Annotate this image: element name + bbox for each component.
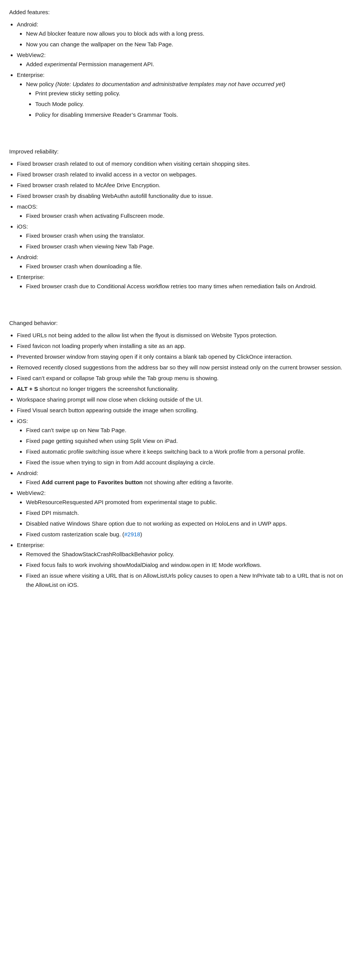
list-item: ALT + S shortcut no longer triggers the … — [17, 384, 351, 394]
list-item: Touch Mode policy. — [35, 100, 351, 109]
list-item: Fixed Visual search button appearing out… — [17, 406, 351, 415]
list-item: Removed recently closed suggestions from… — [17, 363, 351, 372]
list-item: New policy (Note: Updates to documentati… — [26, 80, 351, 119]
list-item: Fixed browser crash when viewing New Tab… — [26, 242, 351, 251]
improved-reliability-list: Fixed browser crash related to out of me… — [17, 159, 351, 291]
list-item: Fixed browser crash related to McAfee Dr… — [17, 181, 351, 190]
list-item: Fixed page getting squished when using S… — [26, 436, 351, 446]
list-item: Android: Fixed browser crash when downlo… — [17, 253, 351, 271]
list-item: Fixed can’t expand or collapse Tab group… — [17, 374, 351, 383]
improved-reliability-section: Improved reliability: Fixed browser cras… — [9, 147, 351, 291]
list-item: Android: Fixed Add current page to Favor… — [17, 469, 351, 487]
list-item: Enterprise: Fixed browser crash due to C… — [17, 273, 351, 291]
list-item: iOS: Fixed can’t swipe up on New Tab Pag… — [17, 416, 351, 467]
improved-reliability-title: Improved reliability: — [9, 147, 351, 156]
list-item: Fixed automatic profile switching issue … — [26, 447, 351, 456]
list-item: Fixed Add current page to Favorites butt… — [26, 478, 351, 487]
list-item: Fixed can’t swipe up on New Tab Page. — [26, 426, 351, 435]
list-item: WebView2: WebResourceResquested API prom… — [17, 488, 351, 539]
list-item: Now you can change the wallpaper on the … — [26, 40, 351, 49]
list-item: Added experimental Permission management… — [26, 60, 351, 69]
list-item: Policy for disabling Immersive Reader’s … — [35, 110, 351, 119]
list-item: Workspace sharing prompt will now close … — [17, 395, 351, 404]
added-features-list: Android: New Ad blocker feature now allo… — [17, 20, 351, 119]
changed-behavior-section: Changed behavior: Fixed URLs not being a… — [9, 318, 351, 590]
list-item: Enterprise: New policy (Note: Updates to… — [17, 70, 351, 119]
list-item: Fixed URLs not being added to the allow … — [17, 331, 351, 340]
list-item: WebResourceResquested API promoted from … — [26, 498, 351, 507]
list-item: Fixed an issue where visiting a URL that… — [26, 571, 351, 590]
added-features-title: Added features: — [9, 8, 351, 17]
issue-link[interactable]: #2918 — [124, 531, 140, 537]
list-item: Fixed browser crash by disabling WebAuth… — [17, 191, 351, 201]
list-item: Fixed browser crash due to Conditional A… — [26, 282, 351, 291]
list-item: Prevented browser window from staying op… — [17, 352, 351, 361]
page-content: Added features: Android: New Ad blocker … — [9, 8, 351, 590]
list-item: Android: New Ad blocker feature now allo… — [17, 20, 351, 49]
list-item: Fixed focus fails to work involving show… — [26, 560, 351, 570]
list-item: Fixed favicon not loading properly when … — [17, 341, 351, 351]
list-item: iOS: Fixed browser crash when using the … — [17, 222, 351, 251]
list-item: Fixed browser crash when downloading a f… — [26, 262, 351, 271]
list-item: WebView2: Added experimental Permission … — [17, 51, 351, 69]
list-item: Print preview sticky setting policy. — [35, 89, 351, 98]
list-item: Fixed browser crash related to out of me… — [17, 159, 351, 168]
list-item: macOS: Fixed browser crash when activati… — [17, 202, 351, 220]
list-item: Disabled native Windows Share option due… — [26, 519, 351, 528]
list-item: New Ad blocker feature now allows you to… — [26, 29, 351, 38]
changed-behavior-title: Changed behavior: — [9, 318, 351, 328]
changed-behavior-list: Fixed URLs not being added to the allow … — [17, 331, 351, 590]
list-item: Enterprise: Removed the ShadowStackCrash… — [17, 541, 351, 590]
list-item: Fixed custom rasterization scale bug. (#… — [26, 530, 351, 539]
list-item: Fixed DPI mismatch. — [26, 508, 351, 518]
list-item: Fixed the issue when trying to sign in f… — [26, 458, 351, 467]
added-features-section: Added features: Android: New Ad blocker … — [9, 8, 351, 119]
list-item: Removed the ShadowStackCrashRollbackBeha… — [26, 550, 351, 559]
list-item: Fixed browser crash when activating Full… — [26, 211, 351, 220]
list-item: Fixed browser crash when using the trans… — [26, 231, 351, 240]
list-item: Fixed browser crash related to invalid a… — [17, 170, 351, 179]
